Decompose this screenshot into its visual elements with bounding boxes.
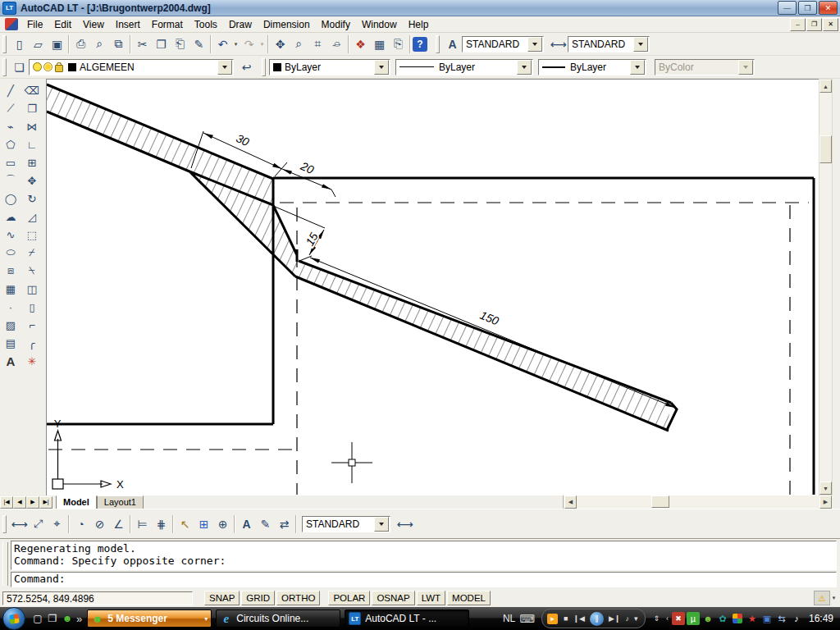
mdi-restore-button[interactable]: ❐ [806,18,822,31]
trim-icon[interactable]: ⌿ [22,244,42,262]
paste-icon[interactable]: ⎗ [171,35,189,53]
combo-arrow-icon[interactable] [633,37,648,52]
polygon-icon[interactable]: ⬠ [1,135,21,153]
wmp-icon[interactable]: ▸ [547,614,558,624]
region-icon[interactable]: ▤ [1,334,21,352]
horizontal-scrollbar[interactable]: ◀ ▶ [563,495,833,509]
dim-baseline-icon[interactable]: ⊨ [133,515,152,533]
dim-edit-icon[interactable]: A [237,515,256,533]
tab-model[interactable]: Model [56,495,97,509]
combo-arrow-icon[interactable] [374,60,389,75]
menu-window[interactable]: Window [356,17,403,32]
hatch-icon[interactable]: ▨ [1,316,21,334]
media-pause-icon[interactable]: ∥ [590,612,604,626]
combo-arrow-icon[interactable] [517,60,532,75]
tray-grid-icon[interactable] [731,612,744,625]
scroll-right-icon[interactable]: ▶ [819,495,832,509]
task-dropdown-icon[interactable]: ▾ [204,615,208,623]
mtext-icon[interactable]: A [1,352,21,370]
help-icon[interactable]: ? [413,37,427,52]
menu-help[interactable]: Help [403,17,435,32]
arc-icon[interactable]: ⌒ [1,171,21,189]
title-bar[interactable]: LT AutoCAD LT - [J:\Brugontwerp2004.dwg]… [0,0,840,16]
dimension-style-icon[interactable]: ⟷ [395,515,414,533]
mdi-minimize-button[interactable]: – [790,18,806,31]
tray-messenger-icon[interactable]: ☻ [701,612,714,625]
task-autocad[interactable]: LT AutoCAD LT - ... [345,609,469,628]
dim-tolerance-icon[interactable]: ⊞ [194,515,213,533]
zoom-window-icon[interactable]: ⌗ [308,35,327,53]
polyline-icon[interactable]: ⌁ [1,117,21,135]
revision-cloud-icon[interactable]: ☁ [1,208,21,226]
pan-icon[interactable]: ✥ [271,35,290,53]
media-expander-icon[interactable]: ⇕ [653,614,660,623]
media-next-icon[interactable]: ▶❙ [609,614,620,623]
dim-update-icon[interactable]: ⇄ [275,515,294,533]
layers-icon[interactable]: ❏ [10,58,29,76]
keyboard-icon[interactable]: ⌨ [519,613,535,625]
menu-dimension[interactable]: Dimension [258,17,316,32]
text-style-icon[interactable]: A [443,35,462,53]
explode-icon[interactable]: ✳ [22,352,42,370]
properties-icon[interactable]: ❖ [351,35,370,53]
quicklaunch-messenger-icon[interactable]: ☻ [60,611,75,626]
communication-center-icon[interactable]: ⚠ [814,591,830,605]
save-icon[interactable]: ▣ [48,35,66,53]
rotate-icon[interactable]: ↻ [22,189,42,208]
autocad-menu-icon[interactable] [5,18,18,30]
media-stop-icon[interactable]: ■ [564,614,568,623]
stretch-icon[interactable]: ⬚ [22,226,42,244]
tab-first-icon[interactable]: |◀ [0,496,13,509]
snap-toggle[interactable]: SNAP [204,591,240,605]
task-internet-explorer[interactable]: e Circuits Online... [216,609,340,628]
scroll-up-icon[interactable]: ▲ [819,80,832,93]
menu-format[interactable]: Format [146,17,189,32]
quicklaunch-chevron-icon[interactable]: » [76,613,82,625]
ortho-toggle[interactable]: ORTHO [276,591,320,605]
menu-modify[interactable]: Modify [316,17,356,32]
layer-previous-icon[interactable]: ↩ [237,58,256,76]
dim-diameter-icon[interactable]: ⊘ [90,515,109,533]
language-indicator[interactable]: NL [503,613,515,624]
dim-angular-icon[interactable]: ∠ [109,515,128,533]
combo-arrow-icon[interactable] [630,60,645,75]
start-button[interactable] [2,607,25,630]
toolbar-grip[interactable] [436,35,440,53]
extend-icon[interactable]: ⍀ [22,262,42,280]
text-style-combo[interactable]: STANDARD [462,36,544,52]
dim-style-icon[interactable]: ⟷ [549,35,568,53]
minimize-button[interactable]: — [778,1,797,15]
polar-toggle[interactable]: POLAR [328,591,370,605]
show-desktop-icon[interactable]: ▢ [30,611,45,626]
cut-icon[interactable]: ✂ [133,35,152,53]
redo-dropdown-icon[interactable]: ▾ [258,35,266,53]
dim-style-combo-bottom[interactable]: STANDARD [302,516,390,532]
combo-arrow-icon[interactable] [217,60,232,75]
vertical-scroll-thumb[interactable] [819,135,832,163]
dim-linear-icon[interactable]: ⟷ [10,515,29,533]
insert-block-icon[interactable]: ⧈ [1,262,21,280]
construction-line-icon[interactable]: ⟋ [1,99,21,117]
erase-icon[interactable]: ⌫ [22,81,42,99]
undo-dropdown-icon[interactable]: ▾ [232,35,240,53]
coordinate-readout[interactable]: 572.5254, 849.4896 [2,591,193,605]
circle-icon[interactable]: ◯ [1,189,21,208]
tray-app-icon[interactable]: ▣ [760,612,774,625]
make-block-icon[interactable]: ▦ [1,280,21,298]
tray-collapse-icon[interactable]: ‹ [666,614,669,623]
media-previous-icon[interactable]: ❙◀ [573,614,584,623]
publish-icon[interactable]: ⧉ [109,35,128,53]
copy-object-icon[interactable]: ❐ [22,99,42,117]
linetype-combo[interactable]: ByLayer [395,59,533,75]
rectangle-icon[interactable]: ▭ [1,153,21,171]
match-properties-icon[interactable]: ✎ [189,35,208,53]
spline-icon[interactable]: ∿ [1,226,21,244]
drawing-area[interactable]: 30 20 15 150 Y X [46,79,819,495]
model-toggle[interactable]: MODEL [447,591,491,605]
chamfer-icon[interactable]: ⌐ [22,316,42,334]
redo-icon[interactable]: ↷ [240,35,258,53]
break-icon[interactable]: ▯ [22,298,42,316]
lineweight-combo[interactable]: ByLayer [538,59,646,75]
volume-icon[interactable]: ♪ [790,612,803,625]
restore-button[interactable]: ❐ [798,1,817,15]
